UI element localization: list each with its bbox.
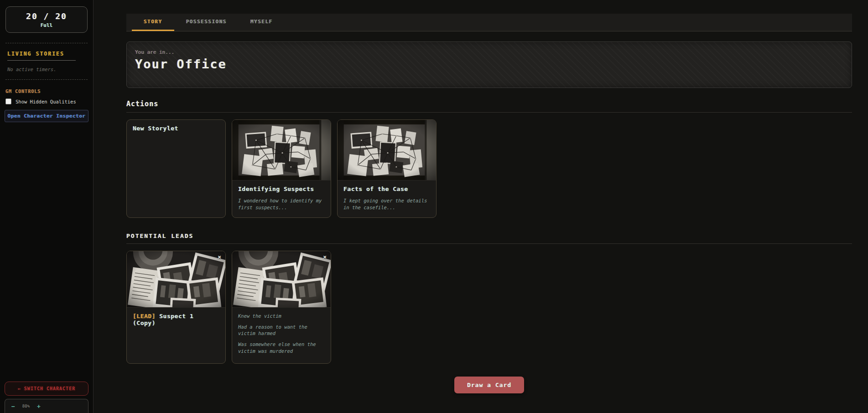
storylet-card-identifying-suspects[interactable]: Identifying Suspects I wondered how to i… (232, 119, 331, 218)
investigation-board-image (338, 120, 436, 181)
gm-controls-section: GM CONTROLS Show Hidden Qualities Open C… (5, 87, 88, 122)
storylet-card-facts-of-the-case[interactable]: Facts of the Case I kept going over the … (337, 119, 437, 218)
close-icon[interactable]: × (218, 253, 221, 260)
divider (5, 79, 88, 80)
zoom-out-button[interactable]: − (11, 403, 15, 409)
sidebar-bottom: ← SWITCH CHARACTER − 80% + (5, 382, 88, 413)
draw-a-card-button[interactable]: Draw a Card (454, 377, 524, 393)
main-content: STORY POSSESSIONS MYSELF You are in... Y… (94, 0, 868, 413)
storylet-description: I kept going over the details in the cas… (343, 197, 430, 211)
storylet-card-new-storylet[interactable]: New Storylet (126, 119, 226, 218)
tab-possessions[interactable]: POSSESSIONS (174, 14, 239, 31)
zoom-control-bar: − 80% + (5, 399, 88, 413)
zoom-in-button[interactable]: + (37, 403, 41, 409)
lead-card-suspect-1[interactable]: × [LEAD] Suspect 1 (Copy) (126, 251, 226, 364)
show-hidden-qualities-checkbox[interactable] (5, 98, 11, 104)
close-icon[interactable]: × (323, 253, 327, 260)
living-stories-section: LIVING STORIES No active timers. (5, 51, 88, 72)
tab-myself[interactable]: MYSELF (239, 14, 285, 31)
location-pretext: You are in... (135, 49, 843, 55)
gm-controls-title: GM CONTROLS (5, 89, 88, 94)
photo-pile-image (232, 251, 331, 308)
show-hidden-qualities-label: Show Hidden Qualities (16, 99, 76, 104)
deck-status-box: 20 / 20 Full (5, 6, 88, 33)
storylet-title: New Storylet (133, 125, 219, 132)
tabbar: STORY POSSESSIONS MYSELF (126, 14, 852, 31)
draw-card-row: Draw a Card (126, 377, 852, 393)
actions-card-row: New Storylet Identifying Suspects I wond… (126, 119, 852, 218)
lead-tag: [LEAD] (133, 313, 156, 320)
storylet-description: I wondered how to identify my first susp… (238, 197, 325, 211)
living-stories-title: LIVING STORIES (5, 51, 88, 57)
leads-card-row: × [LEAD] Suspect 1 (Copy) × Knew the vic… (126, 251, 852, 364)
deck-status-label: Full (9, 22, 84, 28)
show-hidden-qualities-row[interactable]: Show Hidden Qualities (5, 98, 88, 104)
potential-leads-heading: POTENTIAL LEADS (126, 232, 852, 244)
lead-card-victim-criteria[interactable]: × Knew the victim Had a reason to want t… (232, 251, 331, 364)
divider (5, 43, 88, 43)
lead-title: [LEAD] Suspect 1 (Copy) (133, 313, 219, 326)
tabbar-wrap: STORY POSSESSIONS MYSELF (126, 14, 852, 31)
deck-count: 20 / 20 (9, 11, 84, 21)
location-banner: You are in... Your Office (126, 41, 852, 88)
storylet-title: Identifying Suspects (238, 186, 325, 192)
living-stories-empty-text: No active timers. (7, 67, 88, 72)
tab-story[interactable]: STORY (132, 14, 174, 31)
zoom-level-label: 80% (22, 404, 30, 408)
switch-character-button[interactable]: ← SWITCH CHARACTER (5, 382, 88, 396)
lead-criteria-line: Knew the victim (238, 313, 325, 320)
storylet-title: Facts of the Case (343, 186, 430, 192)
investigation-board-image (232, 120, 331, 181)
open-character-inspector-button[interactable]: Open Character Inspector (5, 110, 88, 122)
location-name: Your Office (135, 57, 843, 71)
actions-heading: Actions (126, 100, 852, 113)
lead-criteria-line: Was somewhere else when the victim was m… (238, 341, 325, 354)
living-stories-underline (7, 60, 76, 61)
photo-pile-image (127, 251, 225, 308)
app-window: 20 / 20 Full LIVING STORIES No active ti… (0, 0, 868, 413)
sidebar: 20 / 20 Full LIVING STORIES No active ti… (0, 0, 94, 413)
lead-criteria-line: Had a reason to want the victim harmed (238, 324, 325, 337)
